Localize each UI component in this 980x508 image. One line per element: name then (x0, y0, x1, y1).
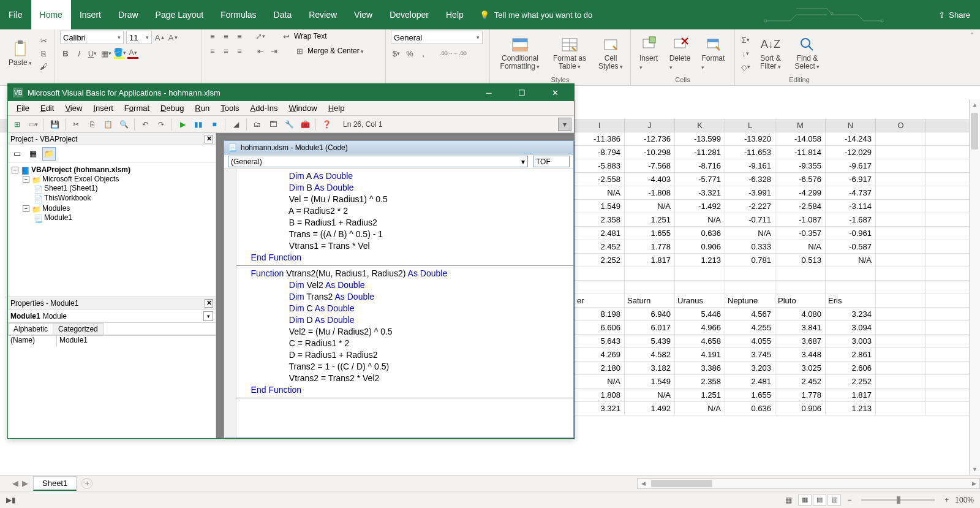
cell[interactable]: 1.817 (826, 389, 876, 401)
cell[interactable]: 1.655 (725, 389, 775, 401)
cell[interactable]: 4.966 (675, 321, 725, 334)
cell[interactable] (876, 267, 926, 280)
cell[interactable] (876, 240, 926, 253)
increase-decimal-button[interactable]: .00→ (441, 48, 452, 59)
display-settings-icon[interactable]: ▦ (785, 496, 792, 504)
cell[interactable]: 3.448 (775, 348, 826, 361)
cell[interactable]: 1.492 (625, 402, 675, 415)
clear-button[interactable]: ◇ (740, 61, 751, 72)
cell[interactable]: 1.213 (675, 254, 725, 267)
format-painter-button[interactable]: 🖌 (38, 61, 49, 72)
cell[interactable]: 4.191 (675, 348, 725, 361)
column-header[interactable]: N (826, 119, 876, 132)
cell[interactable]: -0.357 (775, 227, 826, 240)
object-dropdown[interactable]: ▾ (203, 311, 213, 321)
fill-color-button[interactable]: 🪣 (114, 48, 125, 59)
tab-file[interactable]: File (0, 0, 31, 29)
tell-me-search[interactable]: 💡 Tell me what you want to do (480, 10, 592, 20)
cell[interactable]: 2.481 (725, 375, 775, 388)
cell[interactable]: 1.817 (625, 254, 675, 267)
sort-filter-button[interactable]: A↓Z Sort & Filter (753, 35, 788, 72)
cell[interactable]: 0.906 (675, 240, 725, 253)
vertical-scrollbar[interactable]: ▲ ▼ (969, 99, 980, 475)
cell[interactable]: 5.446 (675, 308, 725, 320)
procedure-selector[interactable]: TOF (533, 156, 570, 167)
cell[interactable]: -6.328 (725, 173, 775, 186)
scroll-up-button[interactable]: ▲ (970, 99, 980, 110)
cell[interactable]: Neptune (725, 294, 775, 307)
code-window-title-bar[interactable]: 📃 hohmann.xlsm - Module1 (Code) (224, 141, 573, 154)
cell[interactable]: Eris (826, 294, 876, 307)
tab-home[interactable]: Home (31, 0, 71, 29)
cell[interactable]: 5.643 (575, 335, 625, 347)
cell[interactable] (575, 267, 625, 280)
cell[interactable] (725, 267, 775, 280)
cell[interactable]: N/A (775, 240, 826, 253)
tree-toggle[interactable]: − (23, 176, 29, 183)
cell[interactable]: N/A (575, 186, 625, 199)
autosum-button[interactable]: Σ (740, 34, 751, 45)
share-button[interactable]: Share (949, 10, 970, 20)
cell[interactable]: 3.003 (826, 335, 876, 347)
vba-menu-window[interactable]: Window (284, 102, 322, 114)
cell[interactable]: 2.252 (826, 375, 876, 388)
close-button[interactable]: ✕ (541, 84, 569, 101)
column-header[interactable]: M (775, 119, 826, 132)
wrap-text-button[interactable]: Wrap Text (294, 32, 327, 40)
vba-menu-help[interactable]: Help (323, 102, 350, 114)
vba-menu-insert[interactable]: Insert (88, 102, 118, 114)
tree-module1[interactable]: Module1 (44, 213, 72, 222)
cell[interactable] (876, 254, 926, 267)
redo-button[interactable]: ↷ (154, 118, 168, 131)
vba-title-bar[interactable]: VB Microsoft Visual Basic for Applicatio… (8, 84, 574, 101)
tab-formulas[interactable]: Formulas (212, 0, 265, 29)
sheet-tab-sheet1[interactable]: Sheet1 (33, 476, 77, 491)
cell[interactable]: N/A (625, 389, 675, 401)
cell[interactable] (876, 213, 926, 226)
cell[interactable]: 5.439 (625, 335, 675, 347)
sheet-next-button[interactable]: ▶ (22, 479, 28, 488)
cut-button[interactable]: ✂ (69, 118, 83, 131)
cell[interactable] (876, 308, 926, 320)
cell[interactable]: -3.321 (675, 186, 725, 199)
percent-format-button[interactable]: % (404, 48, 415, 59)
cell[interactable]: -5.771 (675, 173, 725, 186)
zoom-level[interactable]: 100% (955, 496, 974, 504)
align-left-button[interactable]: ≡ (207, 45, 218, 56)
properties-grid[interactable]: (Name) Module1 (8, 335, 216, 438)
cell[interactable]: 3.745 (725, 348, 775, 361)
number-format-select[interactable]: General (391, 31, 483, 44)
tree-thisworkbook[interactable]: ThisWorkbook (44, 194, 91, 202)
cell[interactable]: 2.180 (575, 362, 625, 374)
scroll-down-button[interactable]: ▼ (970, 464, 980, 475)
macro-record-icon[interactable]: ▶▮ (6, 496, 16, 504)
vba-menu-format[interactable]: Format (119, 102, 154, 114)
cell[interactable] (826, 267, 876, 280)
cell[interactable]: Uranus (675, 294, 725, 307)
cell[interactable] (775, 281, 826, 294)
cell[interactable]: 8.198 (575, 308, 625, 320)
cell[interactable]: 2.358 (675, 375, 725, 388)
cell[interactable] (876, 146, 926, 159)
cell[interactable]: 4.567 (725, 308, 775, 320)
cell[interactable] (876, 402, 926, 415)
align-right-button[interactable]: ≡ (234, 45, 245, 56)
cell[interactable]: 1.251 (625, 213, 675, 226)
cell[interactable]: 1.655 (625, 227, 675, 240)
font-name-select[interactable]: Calibri (60, 31, 124, 44)
accounting-format-button[interactable]: $ (391, 48, 402, 59)
tree-project[interactable]: VBAProject (hohmann.xlsm) (31, 165, 130, 174)
cell[interactable]: N/A (575, 375, 625, 388)
increase-font-button[interactable]: A▲ (154, 32, 165, 43)
cell[interactable] (876, 132, 926, 145)
zoom-slider[interactable] (861, 499, 935, 501)
add-sheet-button[interactable]: + (81, 478, 92, 489)
cell[interactable]: -0.711 (725, 213, 775, 226)
font-color-button[interactable]: A (127, 48, 138, 59)
align-top-button[interactable]: ≡ (207, 31, 218, 42)
cell[interactable]: -11.281 (675, 146, 725, 159)
tab-view[interactable]: View (345, 0, 381, 29)
cell[interactable]: 4.269 (575, 348, 625, 361)
excel-view-button[interactable]: ⊞ (10, 118, 24, 131)
maximize-button[interactable]: ☐ (508, 84, 536, 101)
